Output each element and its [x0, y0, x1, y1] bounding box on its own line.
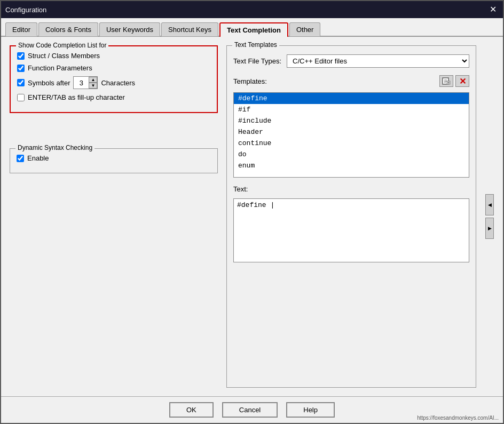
dynamic-syntax-title: Dynamic Syntax Checking — [15, 144, 94, 151]
right-edge-btn-top[interactable]: ◀ — [485, 194, 494, 215]
close-button[interactable]: ✕ — [487, 5, 499, 14]
spinner-buttons: ▲ ▼ — [89, 77, 97, 89]
tab-text-completion[interactable]: Text Completion — [219, 22, 288, 37]
enable-row: Enable — [17, 154, 211, 162]
struct-members-checkbox[interactable] — [17, 52, 25, 60]
show-code-group-title: Show Code Completion List for — [16, 42, 108, 49]
template-item-header[interactable]: Header — [234, 126, 469, 138]
delete-template-button[interactable]: ✕ — [455, 75, 469, 87]
new-template-button[interactable] — [439, 75, 453, 87]
templates-actions: ✕ — [439, 75, 469, 87]
dynamic-syntax-group: Dynamic Syntax Checking Enable — [10, 148, 218, 173]
tab-other[interactable]: Other — [289, 22, 321, 36]
template-item-do[interactable]: do — [234, 149, 469, 160]
symbols-spinner: ▲ ▼ — [73, 76, 98, 89]
spinner-up-button[interactable]: ▲ — [89, 77, 97, 83]
text-templates-section: Text Templates Text File Types: C/C++ Ed… — [226, 45, 476, 388]
show-code-group: Show Code Completion List for Struct / C… — [10, 45, 218, 113]
template-item-define[interactable]: #define — [234, 93, 469, 104]
templates-row: Templates: — [233, 75, 469, 87]
window-title: Configuration — [5, 6, 46, 14]
tab-editor[interactable]: Editor — [5, 22, 37, 36]
file-types-label: Text File Types: — [233, 57, 281, 65]
symbols-row: Symbols after ▲ ▼ Characters — [17, 76, 210, 89]
template-item-if[interactable]: #if — [234, 104, 469, 115]
function-params-row: Function Parameters — [17, 64, 210, 72]
right-panel: Text Templates Text File Types: C/C++ Ed… — [226, 45, 476, 388]
symbols-label-before[interactable]: Symbols after — [28, 79, 70, 87]
tab-shortcut-keys[interactable]: Shortcut Keys — [161, 22, 218, 36]
enable-label[interactable]: Enable — [27, 154, 49, 162]
template-item-continue[interactable]: continue — [234, 138, 469, 149]
spinner-down-button[interactable]: ▼ — [89, 83, 97, 89]
right-edge-btn-bottom[interactable]: ▶ — [485, 218, 494, 239]
text-label: Text: — [233, 185, 248, 193]
enter-tab-row: ENTER/TAB as fill-up character — [17, 93, 210, 101]
help-button[interactable]: Help — [286, 402, 335, 418]
tab-bar: Editor Colors & Fonts User Keywords Shor… — [1, 18, 503, 37]
struct-members-row: Struct / Class Members — [17, 52, 210, 60]
file-types-select[interactable]: C/C++ Editor files Python files Java fil… — [287, 54, 469, 68]
symbols-checkbox[interactable] — [17, 79, 25, 86]
content-area: Show Code Completion List for Struct / C… — [1, 37, 503, 396]
struct-members-label[interactable]: Struct / Class Members — [28, 52, 100, 60]
templates-label: Templates: — [233, 77, 267, 85]
enter-tab-checkbox[interactable] — [17, 94, 25, 101]
text-label-row: Text: — [233, 185, 469, 193]
symbols-label-after: Characters — [101, 79, 135, 87]
footer-url: https://foxesandmonkeys.com/AI... — [417, 415, 499, 421]
templates-list[interactable]: #define #if #include Header continue do … — [233, 92, 469, 178]
file-types-row: Text File Types: C/C++ Editor files Pyth… — [233, 54, 469, 68]
template-item-include[interactable]: #include — [234, 115, 469, 126]
symbols-spinner-input[interactable] — [74, 77, 89, 89]
enable-checkbox[interactable] — [17, 155, 24, 162]
title-bar: Configuration ✕ — [1, 1, 503, 18]
tab-colors-fonts[interactable]: Colors & Fonts — [38, 22, 98, 36]
function-params-label[interactable]: Function Parameters — [28, 64, 92, 72]
text-textarea[interactable]: #define | — [233, 198, 469, 262]
tab-user-keywords[interactable]: User Keywords — [99, 22, 160, 36]
template-item-enum[interactable]: enum — [234, 160, 469, 171]
text-templates-title: Text Templates — [232, 41, 279, 49]
cancel-button[interactable]: Cancel — [222, 402, 278, 418]
right-edge: ◀ ▶ — [485, 45, 494, 388]
configuration-window: Configuration ✕ Editor Colors & Fonts Us… — [0, 0, 504, 424]
left-panel: Show Code Completion List for Struct / C… — [10, 45, 218, 388]
ok-button[interactable]: OK — [169, 402, 214, 418]
enter-tab-label[interactable]: ENTER/TAB as fill-up character — [28, 93, 125, 101]
function-params-checkbox[interactable] — [17, 65, 25, 72]
footer: OK Cancel Help https://foxesandmonkeys.c… — [1, 396, 503, 423]
